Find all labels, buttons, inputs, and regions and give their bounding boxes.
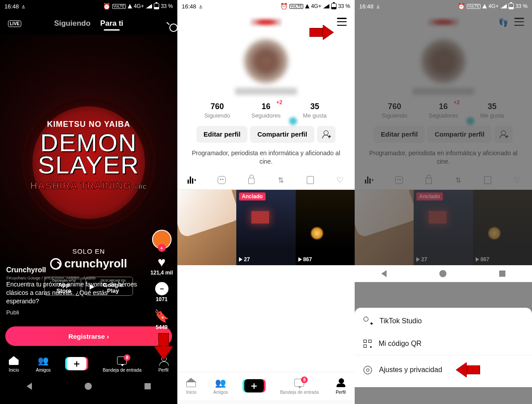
- tab-inbox[interactable]: 8Bandeja de entrada: [103, 355, 141, 373]
- profile-bio: Programador, periodista en informática y…: [191, 149, 341, 166]
- tab-foryou[interactable]: Para ti: [100, 19, 123, 28]
- like-button[interactable]: ♥121,4 mil: [150, 255, 173, 276]
- comments-button[interactable]: •••1071: [155, 282, 168, 302]
- annotation-arrow-menu: [309, 25, 333, 40]
- android-navbar: [177, 400, 355, 404]
- author-name: Crunchyroll: [6, 266, 137, 274]
- profile-tab-liked[interactable]: ♡: [325, 171, 355, 189]
- pinned-badge: Anclado: [239, 192, 265, 200]
- video-thumb-1[interactable]: Anclado27: [236, 190, 295, 265]
- hamburger-menu[interactable]: [337, 18, 347, 26]
- feed-grid-icon: [188, 177, 193, 184]
- following-stat[interactable]: 760Siguiendo: [193, 102, 242, 119]
- studio-icon: [364, 317, 372, 326]
- tab-profile[interactable]: Perfil: [335, 377, 347, 395]
- live-icon[interactable]: LIVE: [8, 20, 21, 27]
- plus-icon: ＋: [67, 357, 86, 370]
- status-bar: 16:48⍋ ⏰ VoLTE 4G+ 33 %: [177, 0, 355, 12]
- lock-icon: [248, 178, 254, 184]
- tab-friends[interactable]: 👥Amigos: [36, 355, 51, 373]
- sheet-item-settings[interactable]: Ajustes y privacidad: [355, 355, 532, 384]
- volte-icon: VoLTE: [289, 4, 303, 9]
- wifi-icon: [482, 4, 487, 8]
- plus-icon: ＋: [244, 379, 264, 392]
- profile-tab-reposts[interactable]: ⇅: [266, 171, 296, 189]
- home-icon: [9, 356, 19, 365]
- alarm-icon: ⏰: [458, 3, 465, 10]
- profile-avatar[interactable]: [244, 39, 288, 83]
- followers-stat[interactable]: +216Seguidores: [242, 102, 290, 119]
- edit-profile-button[interactable]: Editar perfil: [196, 126, 247, 143]
- repost-icon: ⇅: [278, 176, 284, 184]
- profile-icon: [336, 378, 345, 387]
- tab-create[interactable]: ＋: [67, 357, 86, 370]
- register-button[interactable]: Registrarse ›: [5, 326, 172, 346]
- home-icon: [186, 378, 196, 387]
- recents-icon[interactable]: [499, 271, 505, 277]
- tab-inbox[interactable]: 8Bandeja de entrada: [280, 377, 319, 395]
- sheet-item-studio[interactable]: TikTok Studio: [355, 310, 532, 333]
- sponsored-tag: Publi: [6, 309, 137, 316]
- friends-icon: 👥: [38, 355, 49, 366]
- inbox-icon: 8: [294, 379, 304, 387]
- bottom-sheet: TikTok Studio Mi código QR Ajustes y pri…: [355, 308, 532, 387]
- video-caption: Encuentra tu próximo anime favorito, de …: [6, 280, 137, 306]
- tab-home[interactable]: Inicio: [8, 355, 20, 373]
- save-button[interactable]: 🔖5449: [154, 309, 169, 330]
- tab-friends[interactable]: 👥Amigos: [213, 377, 228, 395]
- alarm-icon: ⏰: [103, 3, 110, 10]
- tab-home[interactable]: Inicio: [185, 377, 197, 395]
- play-icon: [298, 257, 302, 262]
- friends-icon: 👥: [215, 377, 227, 388]
- video-thumb-drafts[interactable]: Borradores: 1: [177, 190, 236, 265]
- annotation-arrow-settings: [456, 362, 480, 377]
- homebtn-icon[interactable]: [85, 383, 92, 390]
- tab-create[interactable]: ＋: [244, 379, 264, 392]
- profile-tab-private[interactable]: [236, 171, 266, 189]
- play-icon: [239, 257, 243, 262]
- video-thumb-2[interactable]: 867: [296, 190, 355, 265]
- battery-icon: [509, 3, 514, 9]
- profile-tab-grid[interactable]: ▾: [177, 171, 207, 189]
- back-icon[interactable]: [27, 383, 32, 390]
- comment-icon: •••: [155, 282, 168, 295]
- homebtn-icon[interactable]: [439, 270, 446, 277]
- bookmark-icon: 🔖: [154, 309, 169, 323]
- alarm-icon: ⏰: [280, 3, 288, 10]
- sheet-item-qr[interactable]: Mi código QR: [355, 333, 532, 355]
- back-icon[interactable]: [381, 270, 387, 277]
- liked-icon: ♡: [336, 175, 344, 185]
- profile-handle: [235, 88, 297, 95]
- profile-display-name: [250, 18, 282, 26]
- profile-tab-saved[interactable]: [296, 171, 325, 189]
- wifi-icon: [128, 4, 132, 8]
- inbox-icon: 8: [117, 357, 127, 365]
- gear-icon: [364, 366, 372, 374]
- likes-stat[interactable]: 35Me gusta: [290, 102, 339, 119]
- wifi-icon: [305, 4, 309, 8]
- signal-icon: [501, 4, 507, 8]
- android-navbar: [355, 265, 532, 282]
- heart-icon: ♥: [155, 255, 168, 269]
- qr-icon: [364, 340, 372, 348]
- share-profile-button[interactable]: Compartir perfil: [250, 126, 314, 143]
- add-friends-button[interactable]: +: [317, 126, 336, 143]
- new-followers-badge: +2: [276, 99, 282, 106]
- signal-icon: [323, 4, 329, 8]
- bottom-tabbar: Inicio 👥Amigos ＋ 8Bandeja de entrada Per…: [177, 372, 355, 400]
- profile-tab-stickers[interactable]: [207, 171, 237, 189]
- status-bar: 16:48⍋ ⏰ VoLTE 4G+ 33 %: [0, 0, 177, 12]
- battery-icon: [331, 3, 336, 9]
- feed-video[interactable]: KIMETSU NO YAIBA DEMONSLAYER HASHIRA TRA…: [0, 35, 177, 323]
- tab-following[interactable]: Siguiendo: [54, 19, 90, 28]
- recents-icon[interactable]: [145, 383, 151, 389]
- feed-topbar: LIVE Siguiendo Para ti: [0, 12, 177, 35]
- adduser-icon: +: [322, 130, 330, 138]
- battery-icon: [154, 3, 159, 9]
- author-avatar[interactable]: [152, 230, 172, 249]
- bottom-tabbar: Inicio 👥Amigos ＋ 8Bandeja de entrada Per…: [0, 349, 177, 378]
- android-navbar: [0, 378, 177, 395]
- status-bar: 16:48⍋ ⏰ VoLTE 4G+ 33 %: [355, 0, 532, 12]
- annotation-arrow-profile: [154, 333, 173, 361]
- signal-icon: [146, 4, 152, 8]
